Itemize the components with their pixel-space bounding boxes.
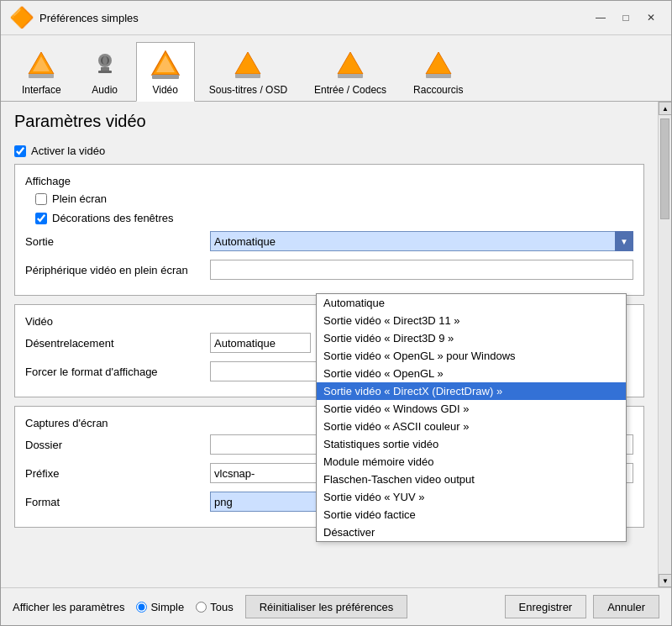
prefix-label: Préfixe [25, 467, 210, 480]
dropdown-option-opengl[interactable]: Sortie vidéo « OpenGL » [317, 365, 626, 382]
deinterlacing-input[interactable] [210, 333, 311, 353]
fullscreen-checkbox[interactable] [35, 193, 47, 205]
params-label: Afficher les paramètres [13, 601, 124, 613]
title-bar-left: 🔶 Préférences simples [9, 6, 139, 29]
decorations-checkbox[interactable] [35, 213, 47, 224]
window-title: Préférences simples [39, 12, 139, 24]
tab-interface[interactable]: Interface [9, 42, 74, 101]
scroll-thumb[interactable] [660, 118, 669, 219]
radio-simple-label: Simple [150, 601, 184, 613]
folder-label: Dossier [25, 439, 210, 451]
svg-rect-1 [29, 74, 54, 78]
main-window: 🔶 Préférences simples — □ ✕ Interface [0, 0, 672, 626]
activate-video-row: Activer la vidéo [14, 145, 644, 157]
scroll-down-button[interactable]: ▼ [659, 574, 671, 587]
decorations-label: Décorations des fenêtres [52, 212, 174, 224]
svg-marker-15 [426, 52, 451, 74]
tab-audio-label: Audio [92, 84, 118, 96]
dropdown-option-opengl-windows[interactable]: Sortie vidéo « OpenGL » pour Windows [317, 347, 626, 365]
page-title: Paramètres vidéo [14, 112, 644, 131]
dropdown-option-gdi[interactable]: Sortie vidéo « Windows GDI » [317, 400, 626, 418]
fullscreen-device-label: Périphérique vidéo en plein écran [25, 264, 210, 276]
display-section: Affichage Plein écran Décorations des fe… [14, 164, 644, 296]
radio-all-option[interactable]: Tous [196, 601, 233, 613]
tab-shortcuts-icon [422, 48, 455, 82]
dropdown-option-desactiver[interactable]: Désactiver [317, 523, 626, 541]
svg-rect-14 [338, 74, 363, 78]
activate-video-label: Activer la vidéo [31, 145, 105, 157]
tab-interface-label: Interface [22, 84, 61, 96]
svg-rect-16 [426, 74, 451, 78]
fullscreen-label: Plein écran [52, 192, 107, 205]
decorations-row: Décorations des fenêtres [35, 212, 633, 224]
tab-audio-icon [88, 48, 122, 82]
dropdown-option-memory[interactable]: Module mémoire vidéo [317, 453, 626, 471]
svg-rect-12 [235, 74, 260, 78]
save-button[interactable]: Enregistrer [505, 595, 587, 618]
minimize-button[interactable]: — [589, 8, 612, 27]
svg-rect-5 [101, 67, 109, 71]
output-row: Sortie Automatique ▼ [25, 231, 633, 251]
tab-video-label: Vidéo [152, 84, 177, 96]
tab-interface-icon [24, 48, 58, 82]
tab-audio[interactable]: Audio [76, 42, 134, 101]
scroll-track [659, 115, 671, 574]
svg-rect-9 [152, 75, 179, 79]
output-dropdown-popup[interactable]: Automatique Sortie vidéo « Direct3D 11 »… [316, 293, 627, 542]
app-icon: 🔶 [9, 6, 34, 29]
activate-video-checkbox[interactable] [14, 145, 26, 157]
tab-video[interactable]: Vidéo [136, 42, 195, 102]
fullscreen-device-row: Périphérique vidéo en plein écran [25, 260, 633, 280]
svg-point-7 [102, 56, 108, 65]
dropdown-option-direct3d11[interactable]: Sortie vidéo « Direct3D 11 » [317, 312, 626, 329]
tab-shortcuts[interactable]: Raccourcis [401, 42, 475, 101]
radio-simple[interactable] [136, 602, 147, 613]
dropdown-option-yuv[interactable]: Sortie vidéo « YUV » [317, 488, 626, 506]
close-button[interactable]: ✕ [639, 8, 663, 27]
bottom-bar-left: Afficher les paramètres Simple Tous Réin… [13, 595, 493, 618]
svg-marker-11 [235, 52, 260, 74]
tab-subtitles-icon [231, 48, 265, 82]
tab-shortcuts-label: Raccourcis [413, 84, 463, 96]
content-area: Paramètres vidéo Activer la vidéo Affich… [1, 102, 671, 587]
main-content: Paramètres vidéo Activer la vidéo Affich… [1, 102, 658, 587]
radio-all[interactable] [196, 602, 207, 613]
output-label: Sortie [25, 235, 210, 248]
bottom-bar: Afficher les paramètres Simple Tous Réin… [1, 587, 671, 625]
dropdown-option-factice[interactable]: Sortie vidéo factice [317, 506, 626, 523]
deinterlacing-label: Désentrelacement [25, 337, 210, 350]
display-section-label: Affichage [25, 175, 633, 187]
bottom-bar-right: Enregistrer Annuler [505, 595, 659, 618]
dropdown-option-automatique[interactable]: Automatique [317, 294, 626, 312]
svg-marker-13 [338, 52, 363, 74]
force-format-label: Forcer le format d'affichage [25, 366, 210, 378]
fullscreen-row: Plein écran [35, 192, 633, 205]
dropdown-option-ascii[interactable]: Sortie vidéo « ASCII couleur » [317, 418, 626, 435]
dropdown-option-directdraw[interactable]: Sortie vidéo « DirectX (DirectDraw) » [317, 382, 626, 400]
dropdown-option-flaschen[interactable]: Flaschen-Taschen video output [317, 471, 626, 488]
radio-all-label: Tous [210, 601, 233, 613]
scroll-up-button[interactable]: ▲ [659, 102, 671, 115]
output-select-wrapper: Automatique ▼ [210, 231, 633, 251]
tab-input[interactable]: Entrée / Codecs [302, 42, 399, 101]
dropdown-option-stats[interactable]: Statistiques sortie vidéo [317, 435, 626, 453]
cancel-button[interactable]: Annuler [593, 595, 659, 618]
scrollbar: ▲ ▼ [658, 102, 671, 587]
format-label: Format [25, 496, 210, 508]
tab-input-label: Entrée / Codecs [314, 84, 386, 96]
tab-subtitles-label: Sous-titres / OSD [209, 84, 287, 96]
tab-video-icon [149, 48, 182, 82]
tab-subtitles[interactable]: Sous-titres / OSD [197, 42, 300, 101]
dropdown-option-direct3d9[interactable]: Sortie vidéo « Direct3D 9 » [317, 329, 626, 347]
maximize-button[interactable]: □ [614, 8, 638, 27]
tab-bar: Interface Audio [1, 35, 671, 102]
tab-input-icon [333, 48, 367, 82]
fullscreen-device-input[interactable] [210, 260, 633, 280]
title-bar-controls: — □ ✕ [589, 8, 663, 27]
title-bar: 🔶 Préférences simples — □ ✕ [1, 1, 671, 35]
output-select[interactable]: Automatique [210, 231, 633, 251]
reset-button[interactable]: Réinitialiser les préférences [245, 595, 408, 618]
radio-simple-option[interactable]: Simple [136, 601, 184, 613]
svg-rect-6 [98, 71, 112, 73]
